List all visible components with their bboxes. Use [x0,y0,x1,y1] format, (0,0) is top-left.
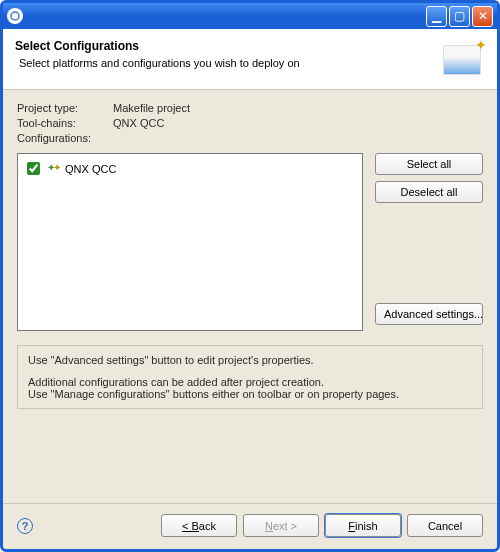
next-button: Next > [243,514,319,537]
svg-point-0 [11,12,19,20]
config-icon: ✦✦ [47,163,61,175]
hint-box: Use "Advanced settings" button to edit p… [17,345,483,409]
list-item[interactable]: ✦✦ QNX QCC [22,158,358,179]
hint-line-3: Use "Manage configurations" buttons eith… [28,388,399,400]
page-title: Select Configurations [15,39,439,53]
config-item-label: QNX QCC [65,163,116,175]
toolchains-value: QNX QCC [113,117,164,129]
wizard-icon: ✦ [439,39,485,81]
hint-line-1: Use "Advanced settings" button to edit p… [28,354,472,366]
help-icon[interactable]: ? [17,518,33,534]
toolchains-label: Tool-chains: [17,117,113,129]
select-all-button[interactable]: Select all [375,153,483,175]
cancel-button[interactable]: Cancel [407,514,483,537]
footer: ? < Back Next > Finish Cancel [3,503,497,549]
dialog-window: ▁ ▢ ✕ Select Configurations Select platf… [0,0,500,552]
finish-button[interactable]: Finish [325,514,401,537]
config-checkbox[interactable] [27,162,40,175]
deselect-all-button[interactable]: Deselect all [375,181,483,203]
project-type-label: Project type: [17,102,113,114]
configurations-label: Configurations: [17,132,113,144]
project-type-value: Makefile project [113,102,190,114]
page-subtitle: Select platforms and configurations you … [15,57,439,69]
titlebar: ▁ ▢ ✕ [3,3,497,29]
maximize-button[interactable]: ▢ [449,6,470,27]
close-button[interactable]: ✕ [472,6,493,27]
hint-line-2: Additional configurations can be added a… [28,376,324,388]
advanced-settings-button[interactable]: Advanced settings... [375,303,483,325]
configurations-list[interactable]: ✦✦ QNX QCC [17,153,363,331]
content-area: Project type: Makefile project Tool-chai… [3,90,497,503]
header-panel: Select Configurations Select platforms a… [3,29,497,90]
minimize-button[interactable]: ▁ [426,6,447,27]
app-icon [7,8,23,24]
back-button[interactable]: < Back [161,514,237,537]
